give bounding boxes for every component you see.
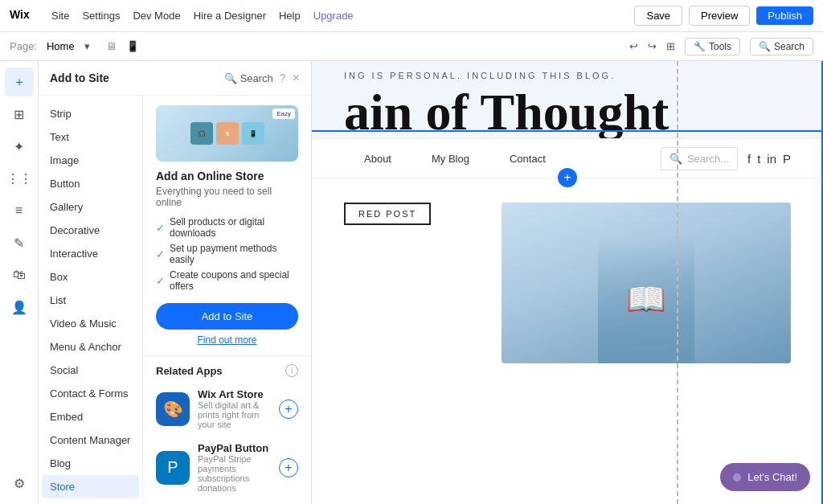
lets-chat-widget[interactable]: Let's Chat! — [720, 463, 810, 491]
close-icon[interactable]: × — [293, 71, 300, 85]
checkmark-icon: ✓ — [156, 248, 165, 260]
panel-body: StripTextImageButtonGalleryDecorativeInt… — [39, 96, 311, 504]
svg-text:Wix: Wix — [10, 8, 30, 21]
canvas-inner: ING IS PERSONAL. INCLUDING THIS BLOG. ai… — [312, 61, 823, 504]
app-add-button[interactable]: + — [279, 458, 298, 477]
hand-book-illustration: 📖 — [598, 235, 694, 363]
app-icon: 🎨 — [156, 392, 190, 426]
nav-item-contact[interactable]: Contact — [489, 142, 566, 175]
promo-subtitle: Everything you need to sell online — [156, 186, 298, 208]
search-icon-nav: 🔍 — [669, 153, 682, 165]
category-item-button[interactable]: Button — [39, 172, 142, 195]
help-menu[interactable]: Help — [279, 10, 301, 22]
settings-icon-bottom[interactable]: ⚙ — [5, 469, 34, 498]
linkedin-icon[interactable]: in — [767, 152, 776, 166]
blog-icon[interactable]: ✎ — [5, 228, 34, 257]
app-desc: Sell digital art & prints right from you… — [198, 400, 271, 429]
feature-text: Sell products or digital downloads — [170, 216, 298, 239]
category-item-gallery[interactable]: Gallery — [39, 195, 142, 219]
add-section-button[interactable]: + — [558, 168, 577, 187]
apps-icon[interactable]: ✦ — [5, 132, 34, 161]
panel-search-button[interactable]: 🔍 Search — [224, 72, 273, 84]
fit-icon[interactable]: ⊞ — [666, 40, 675, 52]
category-item-decorative[interactable]: Decorative — [39, 219, 142, 242]
app-info: Wix Art Store Sell digital art & prints … — [198, 388, 271, 429]
preview-button[interactable]: Preview — [689, 6, 750, 26]
apps-list: 🎨 Wix Art Store Sell digital art & print… — [143, 382, 311, 504]
search-button-top[interactable]: 🔍 Search — [750, 38, 813, 55]
add-to-site-button[interactable]: Add to Site — [156, 303, 298, 330]
find-out-more-link[interactable]: Find out more — [156, 334, 298, 346]
app-item-tidio---live-chat-&-ch...[interactable]: 💬 Tidio - Live Chat & Ch... Add a live c… — [143, 499, 311, 504]
store-icon[interactable]: 🛍 — [5, 260, 34, 289]
publish-button[interactable]: Publish — [756, 6, 813, 25]
settings-menu[interactable]: Settings — [82, 10, 120, 22]
category-item-video-music[interactable]: Video & Music — [39, 312, 142, 335]
panel-header: Add to Site 🔍 Search ? × — [39, 61, 311, 96]
category-item-list[interactable]: List — [39, 289, 142, 312]
add-to-site-panel: Add to Site 🔍 Search ? × StripTextImageB… — [39, 61, 312, 504]
site-social-icons: f t in P — [747, 152, 791, 166]
lets-chat-label: Let's Chat! — [747, 471, 797, 483]
category-item-box[interactable]: Box — [39, 265, 142, 289]
category-item-image[interactable]: Image — [39, 149, 142, 172]
dev-mode-menu[interactable]: Dev Mode — [133, 10, 180, 22]
category-item-blog[interactable]: Blog — [39, 452, 142, 475]
app-name: PayPal Button — [198, 442, 271, 454]
related-apps-info-icon[interactable]: i — [285, 364, 298, 377]
facebook-icon[interactable]: f — [747, 152, 751, 166]
mobile-view-icon[interactable]: 📱 — [126, 40, 139, 52]
nav-item-about[interactable]: About — [344, 142, 412, 175]
desktop-view-icon[interactable]: 🖥 — [106, 40, 117, 52]
members-icon[interactable]: 👤 — [5, 293, 34, 322]
pinterest-icon[interactable]: P — [783, 152, 791, 166]
twitter-icon[interactable]: t — [757, 152, 760, 166]
canvas-area: ING IS PERSONAL. INCLUDING THIS BLOG. ai… — [312, 61, 823, 504]
category-item-social[interactable]: Social — [39, 359, 142, 382]
site-navigation: AboutMy BlogContact 🔍 Search... f t in P… — [312, 138, 823, 178]
app-item-paypal-button[interactable]: P PayPal Button PayPal Stripe payments s… — [143, 436, 311, 499]
save-button[interactable]: Save — [634, 6, 682, 26]
category-item-interactive[interactable]: Interactive — [39, 242, 142, 265]
panel-title: Add to Site — [50, 72, 224, 84]
hire-designer-menu[interactable]: Hire a Designer — [194, 10, 266, 22]
blog-header: ING IS PERSONAL. INCLUDING THIS BLOG. ai… — [312, 61, 823, 138]
help-icon[interactable]: ? — [280, 72, 286, 84]
second-bar: Page: Home ▾ 🖥 📱 ↩ ↪ ⊞ 🔧 Tools 🔍 Search — [0, 32, 823, 61]
featured-section: RED POST 📖 — [312, 178, 823, 387]
site-menu[interactable]: Site — [51, 10, 69, 22]
main-layout: ＋ ⊞ ✦ ⋮⋮ ≡ ✎ 🛍 👤 ⚙ Add to Site 🔍 Search … — [0, 61, 823, 504]
category-item-bookings[interactable]: Bookings — [39, 498, 142, 504]
redo-icon[interactable]: ↪ — [648, 40, 657, 52]
page-dropdown-icon[interactable]: ▾ — [84, 40, 90, 52]
pages-icon[interactable]: ≡ — [5, 196, 34, 225]
upgrade-link[interactable]: Upgrade — [313, 10, 354, 22]
featured-content: RED POST — [344, 203, 485, 363]
app-add-button[interactable]: + — [279, 400, 298, 419]
app-icon: P — [156, 451, 190, 485]
app-name: Wix Art Store — [198, 388, 271, 400]
category-item-content-manager[interactable]: Content Manager — [39, 428, 142, 452]
category-item-strip[interactable]: Strip — [39, 102, 142, 125]
category-item-menu-anchor[interactable]: Menu & Anchor — [39, 335, 142, 359]
add-elements-icon[interactable]: ＋ — [5, 68, 34, 96]
nav-item-my-blog[interactable]: My Blog — [412, 142, 489, 175]
app-info: PayPal Button PayPal Stripe payments sub… — [198, 442, 271, 493]
tools-button[interactable]: 🔧 Tools — [685, 38, 740, 55]
undo-icon[interactable]: ↩ — [629, 40, 638, 52]
category-item-text[interactable]: Text — [39, 125, 142, 149]
store-promo-image: 🎧 🖱 📱 Eazy — [156, 105, 298, 162]
featured-image: 📖 — [502, 203, 791, 363]
site-search[interactable]: 🔍 Search... — [661, 147, 738, 170]
promo-features: ✓Sell products or digital downloads✓Set … — [156, 216, 298, 292]
category-item-embed[interactable]: Embed — [39, 405, 142, 428]
media-icon[interactable]: ⋮⋮ — [5, 164, 34, 193]
blog-top-text: ING IS PERSONAL. INCLUDING THIS BLOG. — [344, 71, 791, 80]
feature-text: Create coupons and special offers — [170, 269, 298, 292]
top-nav-actions: Save Preview Publish — [634, 6, 813, 26]
category-item-store[interactable]: Store — [42, 475, 139, 498]
app-item-wix-art-store[interactable]: 🎨 Wix Art Store Sell digital art & print… — [143, 382, 311, 436]
category-item-contact-forms[interactable]: Contact & Forms — [39, 382, 142, 405]
templates-icon[interactable]: ⊞ — [5, 100, 34, 129]
chat-dot — [733, 473, 741, 481]
